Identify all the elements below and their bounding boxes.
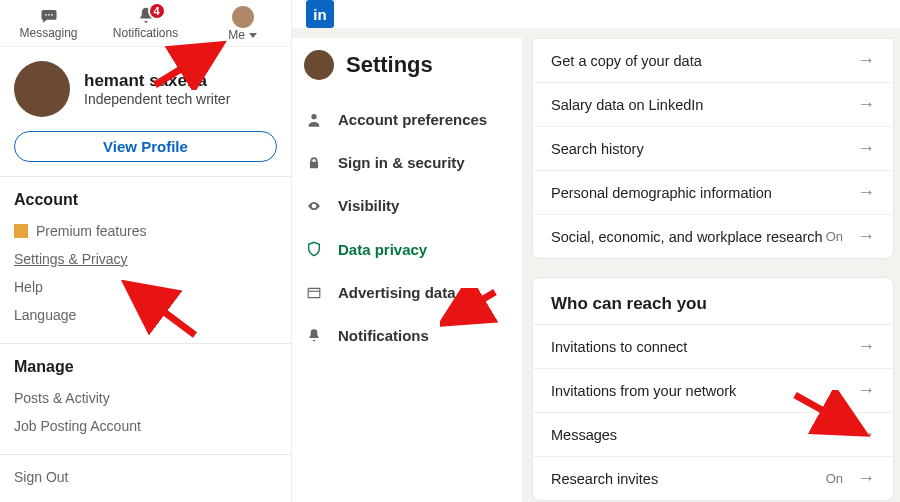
me-dropdown-panel: Messaging 4 Notifications Me hemant saxe…	[0, 0, 292, 502]
person-icon	[304, 112, 324, 128]
ad-icon	[304, 286, 324, 300]
sidebar-data-privacy[interactable]: Data privacy	[304, 227, 514, 271]
sidebar-item-label: Data privacy	[338, 241, 427, 258]
row-label: Personal demographic information	[551, 185, 857, 201]
settings-title-row: Settings	[304, 38, 514, 98]
view-profile-button[interactable]: View Profile	[14, 131, 277, 162]
user-headline: Independent tech writer	[84, 91, 230, 107]
row-label: Invitations to connect	[551, 339, 857, 355]
data-privacy-card: Get a copy of your data → Salary data on…	[532, 38, 894, 259]
nav-me[interactable]: Me	[194, 0, 291, 46]
chat-icon	[36, 6, 62, 26]
sidebar-signin-security[interactable]: Sign in & security	[304, 141, 514, 184]
sidebar-item-label: Sign in & security	[338, 154, 465, 171]
row-label: Get a copy of your data	[551, 53, 857, 69]
arrow-right-icon: →	[857, 226, 875, 247]
row-label: Invitations from your network	[551, 383, 857, 399]
avatar	[14, 61, 70, 117]
svg-point-3	[311, 114, 316, 119]
settings-title: Settings	[346, 52, 433, 78]
card-title: Who can reach you	[533, 278, 893, 324]
settings-privacy-link[interactable]: Settings & Privacy	[14, 245, 277, 273]
arrow-right-icon: →	[857, 50, 875, 71]
sidebar-account-preferences[interactable]: Account preferences	[304, 98, 514, 141]
row-demographic[interactable]: Personal demographic information →	[533, 170, 893, 214]
arrow-right-icon: →	[857, 468, 875, 489]
row-salary-data[interactable]: Salary data on LinkedIn →	[533, 82, 893, 126]
row-label: Social, economic, and workplace research	[551, 229, 826, 245]
sign-out-link[interactable]: Sign Out	[14, 463, 277, 491]
svg-point-1	[48, 14, 50, 16]
row-invitations-connect[interactable]: Invitations to connect →	[533, 324, 893, 368]
arrow-right-icon: →	[857, 336, 875, 357]
language-link[interactable]: Language	[14, 301, 277, 329]
avatar-icon	[304, 50, 334, 80]
svg-point-0	[45, 14, 47, 16]
user-name: hemant saxena	[84, 71, 230, 91]
caret-down-icon	[249, 33, 257, 38]
row-search-history[interactable]: Search history →	[533, 126, 893, 170]
sidebar-visibility[interactable]: Visibility	[304, 184, 514, 227]
arrow-right-icon: →	[857, 94, 875, 115]
nav-messaging-label: Messaging	[19, 26, 77, 40]
arrow-right-icon: →	[857, 424, 875, 445]
sidebar-item-label: Account preferences	[338, 111, 487, 128]
premium-label: Premium features	[36, 223, 146, 239]
avatar-icon	[232, 6, 254, 28]
svg-rect-5	[308, 288, 320, 297]
row-state: On	[826, 229, 843, 244]
lock-icon	[304, 155, 324, 171]
row-label: Messages	[551, 427, 857, 443]
row-research-invites[interactable]: Research invites On →	[533, 456, 893, 500]
user-block: hemant saxena Independent tech writer	[14, 61, 277, 117]
svg-point-2	[51, 14, 53, 16]
row-invitations-network[interactable]: Invitations from your network →	[533, 368, 893, 412]
row-research[interactable]: Social, economic, and workplace research…	[533, 214, 893, 258]
manage-section-title: Manage	[14, 358, 277, 376]
settings-sidebar: Settings Account preferences Sign in & s…	[292, 38, 522, 502]
nav-me-label: Me	[228, 28, 245, 42]
sidebar-notifications[interactable]: Notifications	[304, 314, 514, 357]
arrow-right-icon: →	[857, 182, 875, 203]
row-get-copy[interactable]: Get a copy of your data →	[533, 39, 893, 82]
linkedin-header: in	[292, 0, 900, 28]
notification-badge: 4	[148, 2, 166, 20]
arrow-right-icon: →	[857, 380, 875, 401]
sidebar-item-label: Advertising data	[338, 284, 456, 301]
linkedin-logo-icon[interactable]: in	[306, 0, 334, 28]
nav-notifications[interactable]: 4 Notifications	[97, 0, 194, 46]
job-posting-link[interactable]: Job Posting Account	[14, 412, 277, 440]
bell-icon	[304, 328, 324, 344]
eye-icon	[304, 199, 324, 213]
posts-activity-link[interactable]: Posts & Activity	[14, 384, 277, 412]
svg-point-4	[313, 204, 315, 206]
shield-icon	[304, 240, 324, 258]
arrow-right-icon: →	[857, 138, 875, 159]
nav-notifications-label: Notifications	[113, 26, 178, 40]
row-messages[interactable]: Messages →	[533, 412, 893, 456]
premium-features-link[interactable]: Premium features	[14, 217, 277, 245]
nav-messaging[interactable]: Messaging	[0, 0, 97, 46]
account-section-title: Account	[14, 191, 277, 209]
reach-you-card: Who can reach you Invitations to connect…	[532, 277, 894, 501]
sidebar-advertising-data[interactable]: Advertising data	[304, 271, 514, 314]
sidebar-item-label: Notifications	[338, 327, 429, 344]
premium-icon	[14, 224, 28, 238]
row-state: On	[826, 471, 843, 486]
sidebar-item-label: Visibility	[338, 197, 399, 214]
top-nav: Messaging 4 Notifications Me	[0, 0, 291, 47]
row-label: Salary data on LinkedIn	[551, 97, 857, 113]
row-label: Search history	[551, 141, 857, 157]
help-link[interactable]: Help	[14, 273, 277, 301]
row-label: Research invites	[551, 471, 826, 487]
